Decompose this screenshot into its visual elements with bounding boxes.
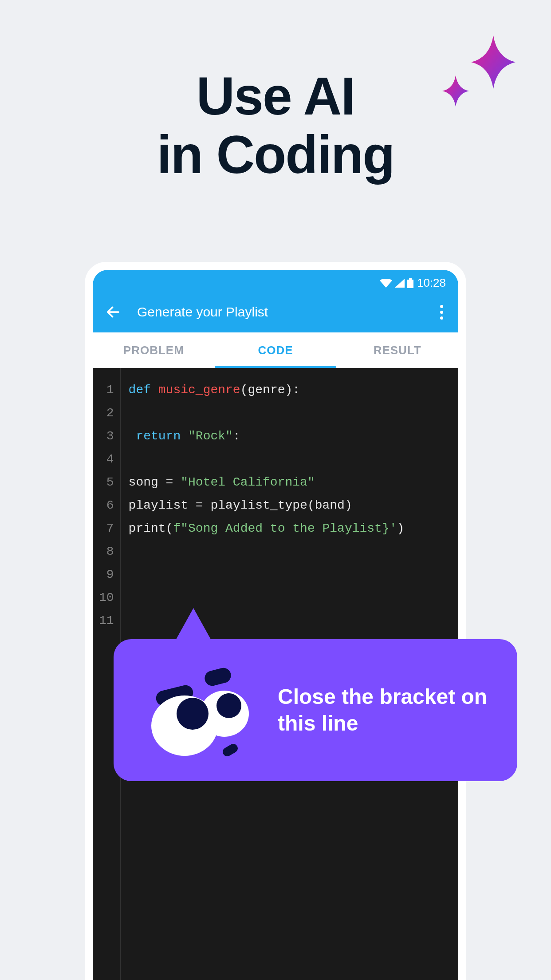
wifi-icon [380, 279, 392, 288]
code-line[interactable] [129, 402, 450, 425]
svg-rect-8 [221, 742, 239, 758]
line-number: 6 [99, 494, 114, 517]
app-title: Generate your Playlist [137, 304, 437, 320]
code-line[interactable]: song = "Hotel California" [129, 471, 450, 494]
line-number: 10 [99, 586, 114, 609]
code-line[interactable]: return "Rock": [129, 425, 450, 448]
app-bar: Generate your Playlist [93, 294, 458, 332]
line-number: 1 [99, 379, 114, 402]
back-arrow-icon[interactable] [105, 304, 121, 320]
code-line[interactable] [129, 540, 450, 563]
line-number: 11 [99, 609, 114, 632]
phone-screen: 10:28 Generate your Playlist PROBLEM COD… [93, 270, 458, 980]
svg-rect-0 [407, 280, 413, 288]
svg-rect-1 [409, 278, 412, 280]
svg-rect-3 [203, 666, 232, 688]
status-time: 10:28 [417, 276, 446, 290]
tabs: PROBLEM CODE RESULT [93, 332, 458, 368]
line-number: 3 [99, 425, 114, 448]
battery-icon [407, 278, 413, 288]
svg-point-7 [216, 693, 241, 718]
more-menu-button[interactable] [437, 305, 446, 320]
code-line[interactable] [129, 448, 450, 471]
code-line[interactable]: def music_genre(genre): [129, 379, 450, 402]
code-line[interactable]: playlist = playlist_type(band) [129, 494, 450, 517]
code-line[interactable]: print(f"Song Added to the Playlist}') [129, 517, 450, 540]
line-number: 9 [99, 563, 114, 586]
line-number: 4 [99, 448, 114, 471]
headline-line1: Use AI [157, 67, 394, 125]
sparkle-icon [436, 31, 524, 120]
line-number: 5 [99, 471, 114, 494]
headline-line2: in Coding [157, 125, 394, 184]
ai-mascot-icon [140, 661, 256, 759]
svg-point-6 [177, 698, 209, 730]
line-number: 2 [99, 402, 114, 425]
status-icons [380, 278, 413, 288]
tab-problem[interactable]: PROBLEM [93, 332, 215, 368]
ai-tooltip-text: Close the bracket on this line [278, 684, 491, 737]
tab-result[interactable]: RESULT [336, 332, 458, 368]
code-line[interactable] [129, 563, 450, 586]
line-number: 7 [99, 517, 114, 540]
tab-code[interactable]: CODE [215, 332, 337, 368]
cellular-icon [395, 279, 405, 288]
phone-frame: 10:28 Generate your Playlist PROBLEM COD… [85, 262, 466, 980]
headline: Use AI in Coding [157, 67, 394, 184]
line-number: 8 [99, 540, 114, 563]
code-line[interactable] [129, 586, 450, 609]
status-bar: 10:28 [93, 270, 458, 294]
ai-tooltip: Close the bracket on this line [114, 639, 517, 781]
